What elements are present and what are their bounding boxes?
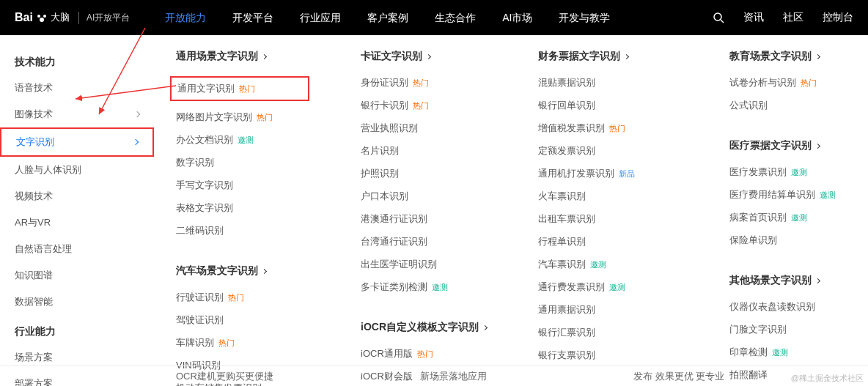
logo-brain: 大脑 <box>51 11 70 24</box>
menu-item[interactable]: 车牌识别热门 <box>176 336 309 349</box>
badge: 邀测 <box>820 190 836 201</box>
nav-industry[interactable]: 行业应用 <box>287 0 354 35</box>
sidebar-item-kg[interactable]: 知识图谱 <box>0 262 154 289</box>
sidebar-item-arvr[interactable]: AR与VR <box>0 209 154 236</box>
menu-item[interactable]: 印章检测邀测 <box>729 346 836 359</box>
chevron-right-icon <box>262 53 267 59</box>
category-heading[interactable]: 通用场景文字识别 <box>176 50 309 63</box>
category-heading[interactable]: iOCR自定义模板文字识别 <box>361 321 487 334</box>
sidebar-heading-industry: 行业能力 <box>0 319 154 344</box>
nav-cases[interactable]: 客户案例 <box>354 0 422 35</box>
menu-item[interactable]: iOCR通用版热门 <box>361 347 487 360</box>
menu-item[interactable]: 名片识别 <box>361 144 487 157</box>
category-heading[interactable]: 医疗票据文字识别 <box>729 139 836 152</box>
badge: 热门 <box>413 100 429 111</box>
link-news[interactable]: 资讯 <box>743 11 764 24</box>
sidebar-item-image[interactable]: 图像技术 <box>0 101 154 127</box>
sidebar-item-data[interactable]: 数据智能 <box>0 289 154 315</box>
watermark: @稀土掘金技术社区 <box>791 373 864 384</box>
menu-item[interactable]: 银行汇票识别 <box>538 326 678 339</box>
nav-open-capability[interactable]: 开放能力 <box>152 0 219 35</box>
menu-item[interactable]: 定额发票识别 <box>538 144 678 157</box>
menu-item[interactable]: 病案首页识别邀测 <box>729 211 836 224</box>
menu-item[interactable]: 增值税发票识别热门 <box>538 122 678 135</box>
foot-2: 新场景落地应用 <box>420 370 487 383</box>
menu-item[interactable]: 台湾通行证识别 <box>361 235 487 248</box>
sidebar: 技术能力 语音技术 图像技术 文字识别 人脸与人体识别 视频技术 AR与VR 自… <box>0 35 154 386</box>
sidebar-item-face[interactable]: 人脸与人体识别 <box>0 157 154 183</box>
menu-item[interactable]: 二维码识别 <box>176 224 309 237</box>
badge: 热门 <box>218 338 235 349</box>
menu-item[interactable]: 行驶证识别热门 <box>176 291 309 304</box>
menu-item[interactable]: 数字识别 <box>176 156 309 169</box>
badge: 热门 <box>257 112 273 123</box>
chevron-right-icon <box>262 268 267 273</box>
link-community[interactable]: 社区 <box>783 11 803 24</box>
menu-item[interactable]: 营业执照识别 <box>361 122 487 135</box>
menu-item[interactable]: 通用机打发票识别新品 <box>538 167 678 180</box>
menu-item[interactable]: 护照识别 <box>361 167 487 180</box>
menu-item[interactable]: 办公文档识别邀测 <box>176 133 309 146</box>
menu-item[interactable]: 试卷分析与识别热门 <box>729 76 836 89</box>
menu-item[interactable]: 出租车票识别 <box>538 212 678 226</box>
chevron-right-icon <box>133 139 139 145</box>
category-heading[interactable]: 卡证文字识别 <box>361 50 487 63</box>
menu-item[interactable]: 门脸文字识别 <box>729 323 836 336</box>
menu-item[interactable]: 保险单识别 <box>729 234 836 247</box>
menu-item[interactable]: 医疗费用结算单识别邀测 <box>729 188 836 201</box>
mega-menu: 通用场景文字识别通用文字识别热门网络图片文字识别热门办公文档识别邀测数字识别手写… <box>154 35 868 386</box>
menu-item[interactable]: 混贴票据识别 <box>538 76 678 89</box>
menu-item[interactable]: 银行支票识别 <box>538 349 678 362</box>
logo-main: Bai <box>15 11 33 24</box>
svg-point-3 <box>714 13 721 21</box>
sidebar-item-ocr[interactable]: 文字识别 <box>0 127 154 157</box>
svg-line-4 <box>721 20 724 23</box>
nav-market[interactable]: AI市场 <box>489 0 545 35</box>
menu-item[interactable]: 火车票识别 <box>538 190 678 203</box>
menu-item[interactable]: 驾驶证识别 <box>176 313 309 327</box>
nav-eco[interactable]: 生态合作 <box>422 0 489 35</box>
paw-icon <box>36 12 48 23</box>
badge: 邀测 <box>590 259 606 270</box>
badge: 热门 <box>413 78 429 89</box>
nav-dev-platform[interactable]: 开发平台 <box>219 0 287 35</box>
link-console[interactable]: 控制台 <box>823 11 853 24</box>
menu-item[interactable]: 身份证识别热门 <box>361 76 487 89</box>
menu-item[interactable]: 网络图片文字识别热门 <box>176 111 309 124</box>
column-3: 财务票据文字识别混贴票据识别银行回单识别增值税发票识别热门定额发票识别通用机打发… <box>538 50 678 386</box>
menu-item[interactable]: 通用票据识别 <box>538 303 678 316</box>
chevron-right-icon <box>624 53 629 59</box>
svg-point-2 <box>40 18 44 22</box>
menu-item[interactable]: 手写文字识别 <box>176 179 309 192</box>
menu-item[interactable]: 通行费发票识别邀测 <box>538 281 678 294</box>
menu-item[interactable]: 银行卡识别热门 <box>361 99 487 112</box>
sidebar-item-video[interactable]: 视频技术 <box>0 183 154 209</box>
nav-teach[interactable]: 开发与教学 <box>545 0 623 35</box>
sidebar-item-speech[interactable]: 语音技术 <box>0 75 154 101</box>
badge: 邀测 <box>791 167 807 178</box>
badge: 邀测 <box>791 212 807 223</box>
sidebar-item-nlp[interactable]: 自然语言处理 <box>0 236 154 262</box>
menu-item[interactable]: 行程单识别 <box>538 235 678 248</box>
menu-item[interactable]: 仪器仪表盘读数识别 <box>729 300 836 313</box>
menu-item[interactable]: 医疗发票识别邀测 <box>729 166 836 179</box>
category-heading[interactable]: 教育场景文字识别 <box>729 50 836 63</box>
menu-item[interactable]: 汽车票识别邀测 <box>538 258 678 271</box>
search-icon[interactable] <box>713 12 724 23</box>
menu-item[interactable]: 表格文字识别 <box>176 201 309 215</box>
menu-item[interactable]: 通用文字识别热门 <box>170 76 309 101</box>
menu-item[interactable]: 公式识别 <box>729 99 836 112</box>
footer-strip: OCR建机更购买更便捷 新场景落地应用 发布 效果更优 更专业 <box>0 365 868 386</box>
menu-item[interactable]: 港澳通行证识别 <box>361 212 487 226</box>
badge: 邀测 <box>238 135 254 146</box>
logo[interactable]: Bai 大脑 AI开放平台 <box>15 11 130 24</box>
badge: 新品 <box>619 168 635 179</box>
menu-item[interactable]: 户口本识别 <box>361 190 487 203</box>
category-heading[interactable]: 其他场景文字识别 <box>729 274 836 287</box>
category-heading[interactable]: 财务票据文字识别 <box>538 50 678 63</box>
menu-item[interactable]: 银行回单识别 <box>538 99 678 112</box>
sidebar-heading-tech: 技术能力 <box>0 50 154 75</box>
category-heading[interactable]: 汽车场景文字识别 <box>176 264 309 278</box>
menu-item[interactable]: 多卡证类别检测邀测 <box>361 281 487 294</box>
menu-item[interactable]: 出生医学证明识别 <box>361 258 487 271</box>
